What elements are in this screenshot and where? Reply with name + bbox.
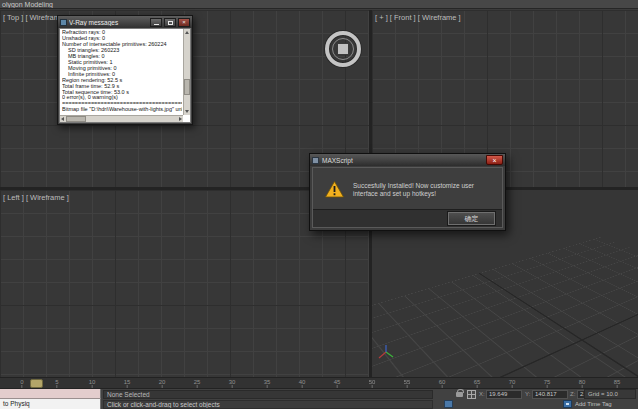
coord-x-field[interactable]: 19.649 xyxy=(486,390,522,399)
status-bar: to Physiq None Selected Click or click-a… xyxy=(0,389,638,409)
timeline-tick[interactable]: 20 xyxy=(159,379,166,388)
message-area: Succesfully Installed! Now customize use… xyxy=(313,168,502,211)
timeline-tick[interactable]: 40 xyxy=(299,379,306,388)
dialog-message: Succesfully Installed! Now customize use… xyxy=(353,182,502,198)
timeline-tick[interactable]: 15 xyxy=(124,379,131,388)
button-area: 确定 xyxy=(313,209,502,227)
maximize-icon xyxy=(168,21,173,25)
maxscript-titlebar[interactable]: MAXScript × xyxy=(310,154,505,166)
dialog-close-button[interactable]: × xyxy=(486,155,503,165)
scroll-up-icon[interactable] xyxy=(185,31,189,34)
vray-log-panel: Refraction rays: 0Unshaded rays: 0Number… xyxy=(59,28,191,123)
absolute-mode-icon[interactable] xyxy=(467,390,476,399)
perspective-home-grid xyxy=(372,236,638,377)
add-time-tag-button[interactable]: Add Time Tag xyxy=(575,400,636,409)
horizontal-scrollbar-thumb[interactable] xyxy=(66,116,86,122)
timeline-tick[interactable]: 75 xyxy=(544,379,551,388)
timeline-tick[interactable]: 55 xyxy=(404,379,411,388)
timeline-tick[interactable]: 45 xyxy=(334,379,341,388)
vertical-scrollbar[interactable] xyxy=(183,29,190,115)
close-icon: × xyxy=(182,19,186,25)
vray-window-title: V-Ray messages xyxy=(69,19,148,26)
macro-recorder-line[interactable] xyxy=(0,389,101,399)
close-icon: × xyxy=(492,157,496,164)
gizmo-core-square xyxy=(337,43,349,55)
vray-messages-window: V-Ray messages × Refraction rays: 0Unsha… xyxy=(57,15,193,125)
maxscript-mini-listener[interactable]: to Physiq xyxy=(0,399,101,409)
world-axis-tripod xyxy=(376,343,396,361)
maximize-button[interactable] xyxy=(164,18,176,27)
timeline-tick[interactable]: 30 xyxy=(229,379,236,388)
vray-titlebar[interactable]: V-Ray messages × xyxy=(58,16,192,28)
time-tag-icon[interactable] xyxy=(563,400,572,408)
ribbon-strip: olygon Modeling xyxy=(0,0,638,9)
axis-x-red xyxy=(379,352,386,358)
timeline-tick[interactable]: 5 xyxy=(55,379,58,388)
vray-log-lines: Refraction rays: 0Unshaded rays: 0Number… xyxy=(62,30,182,114)
timeline-tick[interactable]: 25 xyxy=(194,379,201,388)
vray-log-line: Bitmap file "D:\hdri\Warehouse-with-ligh… xyxy=(62,107,182,113)
ok-button[interactable]: 确定 xyxy=(448,212,495,225)
timeline-tick[interactable]: 85 xyxy=(614,379,621,388)
minimize-button[interactable] xyxy=(150,18,162,27)
ribbon-panel-label: olygon Modeling xyxy=(2,1,53,8)
viewport-front-label[interactable]: [ + ] [ Front ] [ Wireframe ] xyxy=(375,13,461,22)
maxscript-app-icon xyxy=(312,157,319,164)
coord-y-field[interactable]: 140.817 xyxy=(532,390,568,399)
maxscript-dialog: MAXScript × Succesfully Installed! Now c… xyxy=(309,153,506,231)
scroll-right-icon[interactable] xyxy=(179,117,182,121)
close-button[interactable]: × xyxy=(178,18,190,27)
grid-spacing-readout: Grid = 10.0 xyxy=(584,389,636,399)
prompt-line: Click or click-and-drag to select object… xyxy=(103,400,433,409)
minimize-icon xyxy=(154,24,159,25)
timeline-tick[interactable]: 80 xyxy=(579,379,586,388)
warning-icon xyxy=(325,181,344,198)
coord-z-label: Z: xyxy=(570,391,575,397)
timeline-tick[interactable]: 10 xyxy=(89,379,96,388)
timeline-tick[interactable]: 0 xyxy=(20,379,23,388)
timeline-tick[interactable]: 60 xyxy=(439,379,446,388)
vray-app-icon xyxy=(60,19,67,26)
timeline-tick[interactable]: 70 xyxy=(509,379,516,388)
selection-status: None Selected xyxy=(103,390,433,399)
timeline-tick[interactable]: 35 xyxy=(264,379,271,388)
timeline-ruler[interactable]: 0510152025303540455055606570758085 xyxy=(0,377,638,389)
scroll-left-icon[interactable] xyxy=(61,117,64,121)
coord-x-label: X: xyxy=(479,391,485,397)
vertical-scrollbar-thumb[interactable] xyxy=(184,79,190,95)
timeline-tick[interactable]: 50 xyxy=(369,379,376,388)
timeline-tick[interactable]: 65 xyxy=(474,379,481,388)
viewport-left-label[interactable]: [ Left ] [ Wireframe ] xyxy=(3,193,69,202)
axis-y-green xyxy=(386,352,393,357)
keyboard-override-icon[interactable] xyxy=(444,400,453,408)
coord-y-label: Y: xyxy=(525,391,530,397)
maxscript-dialog-content: Succesfully Installed! Now customize use… xyxy=(312,167,503,228)
horizontal-scrollbar[interactable] xyxy=(60,115,183,122)
time-slider-thumb[interactable] xyxy=(30,379,43,388)
selection-lock-icon[interactable] xyxy=(456,392,463,397)
maxscript-dialog-title: MAXScript xyxy=(322,157,483,164)
circular-light-gizmo[interactable] xyxy=(325,31,361,67)
scroll-down-icon[interactable] xyxy=(185,110,189,113)
